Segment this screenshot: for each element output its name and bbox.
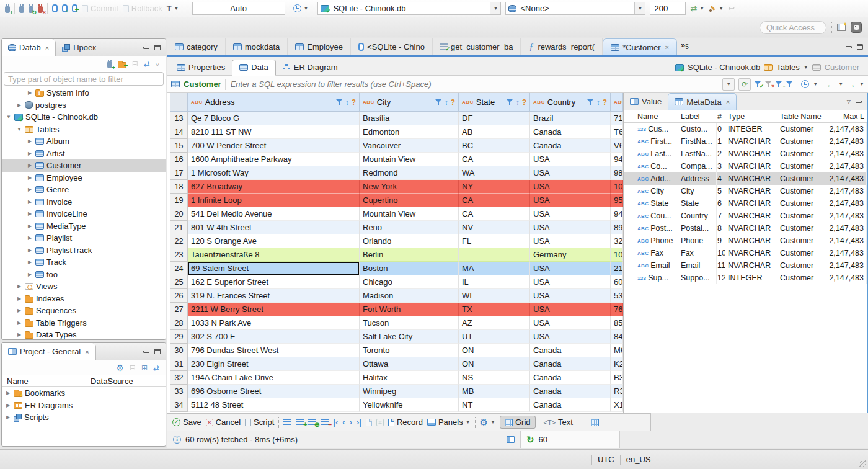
- expand-arrow-icon[interactable]: ▶: [5, 403, 11, 408]
- metadata-row-email[interactable]: ABCEmailEmail11NVARCHARCustomer2,147,483: [624, 259, 867, 272]
- expand-arrow-icon[interactable]: ▶: [16, 296, 22, 302]
- row-number[interactable]: 16: [170, 153, 188, 166]
- close-icon[interactable]: ×: [85, 348, 89, 355]
- column-header-city[interactable]: ABCCity↕?: [360, 93, 459, 111]
- row-number[interactable]: 18: [170, 180, 188, 194]
- refresh-icon[interactable]: ↻: [526, 434, 534, 445]
- close-icon[interactable]: ×: [726, 98, 730, 105]
- collapse-arrow-icon[interactable]: ▼: [16, 127, 22, 132]
- save-button[interactable]: ✓ Save: [172, 418, 202, 427]
- filter-icon[interactable]: [507, 99, 513, 106]
- tree-item-employee[interactable]: ▶Employee: [2, 172, 166, 184]
- expand-arrow-icon[interactable]: ▶: [27, 272, 33, 277]
- editor-tab-mockdata[interactable]: mockdata: [226, 38, 288, 55]
- cell-state[interactable]: WA: [459, 166, 530, 180]
- paint-button[interactable]: ▼: [709, 5, 724, 12]
- cell-city[interactable]: Edmonton: [360, 125, 459, 139]
- metadata-column-type[interactable]: Type: [725, 112, 777, 121]
- cell-country[interactable]: USA: [530, 262, 611, 275]
- cell-state[interactable]: ON: [459, 344, 530, 357]
- cell-address[interactable]: 69 Salem Street: [188, 262, 360, 275]
- cell-state[interactable]: NV: [459, 221, 530, 234]
- cell-address[interactable]: 319 N. Frances Street: [188, 289, 360, 303]
- panels-button[interactable]: Panels ▼: [427, 418, 471, 427]
- cell-postal-code[interactable]: 95: [611, 194, 623, 207]
- metadata-column-max-l[interactable]: Max L: [823, 112, 867, 121]
- cell-state[interactable]: WI: [459, 289, 530, 303]
- expand-arrow-icon[interactable]: ▶: [16, 102, 22, 108]
- cell-country[interactable]: USA: [530, 303, 611, 316]
- new-connection-icon[interactable]: +: [107, 61, 112, 68]
- subtab-data[interactable]: Data: [232, 60, 275, 76]
- tree-item-sqlite-chinook-db[interactable]: ▼SQLite - Chinook.db: [2, 111, 166, 123]
- editor-tab-customer[interactable]: *Customer×: [603, 38, 677, 55]
- cell-city[interactable]: Fort Worth: [360, 303, 459, 316]
- auto-refresh-icon[interactable]: [801, 80, 809, 88]
- cell-address[interactable]: 162 E Superior Street: [188, 275, 360, 289]
- tree-item-customer[interactable]: ▶Customer: [2, 159, 166, 172]
- chevron-down-icon[interactable]: ▼: [859, 81, 864, 87]
- close-icon[interactable]: ×: [665, 43, 669, 51]
- expand-arrow-icon[interactable]: ▶: [27, 163, 33, 168]
- cell-state[interactable]: AZ: [459, 316, 530, 330]
- cell-country[interactable]: USA: [530, 207, 611, 221]
- timezone-indicator[interactable]: UTC: [598, 455, 614, 464]
- row-number[interactable]: 15: [170, 139, 188, 153]
- tree-item-postgres[interactable]: ▶postgres: [2, 99, 166, 112]
- cell-address[interactable]: 1 Microsoft Way: [188, 166, 360, 180]
- cell-address[interactable]: 8210 111 ST NW: [188, 125, 360, 139]
- row-number[interactable]: 24: [170, 262, 188, 275]
- cell-address[interactable]: 194A Chain Lake Drive: [188, 371, 360, 385]
- script-button[interactable]: Script: [245, 418, 274, 427]
- view-menu-icon[interactable]: ▽: [847, 99, 851, 104]
- sort-icon[interactable]: ↕: [345, 98, 349, 107]
- chevron-down-icon[interactable]: ▼: [813, 81, 818, 87]
- cell-country[interactable]: USA: [530, 289, 611, 303]
- filter-icon[interactable]: [336, 99, 343, 106]
- cell-postal-code[interactable]: 32: [611, 234, 623, 248]
- connect-icon[interactable]: [19, 6, 24, 13]
- tree-item-sequences[interactable]: ▶Sequences: [2, 305, 166, 317]
- metadata-column-label[interactable]: Label: [678, 112, 717, 121]
- tree-item-invoiceline[interactable]: ▶InvoiceLine: [2, 208, 166, 220]
- tree-item-artist[interactable]: ▶Artist: [2, 148, 166, 160]
- new-connection-icon[interactable]: +: [5, 6, 10, 13]
- cell-postal-code[interactable]: 71: [611, 112, 623, 125]
- metadata-row-phone[interactable]: ABCPhonePhone9NVARCHARCustomer2,147,483: [624, 234, 867, 247]
- row-number[interactable]: 29: [170, 330, 188, 344]
- row-number[interactable]: 20: [170, 207, 188, 221]
- column-header-partial[interactable]: ABC: [611, 93, 623, 111]
- cell-state[interactable]: DF: [459, 112, 530, 125]
- tree-item-playlist[interactable]: ▶Playlist: [2, 232, 166, 244]
- save-filter-icon[interactable]: ▫: [776, 81, 782, 88]
- expand-arrow-icon[interactable]: ▶: [16, 320, 22, 326]
- maximize-icon[interactable]: [857, 44, 863, 50]
- cell-state[interactable]: AB: [459, 125, 530, 139]
- locale-indicator[interactable]: en_US: [626, 455, 651, 464]
- tab-overflow-button[interactable]: »5: [677, 38, 693, 55]
- cell-postal-code[interactable]: 84: [611, 330, 623, 344]
- fetch-next-page-icon[interactable]: [366, 419, 372, 426]
- project-item-bookmarks[interactable]: ▶Bookmarks: [2, 387, 166, 400]
- column-header-country[interactable]: ABCCountry↕?: [530, 93, 611, 111]
- rollback-button[interactable]: Rollback: [123, 4, 162, 13]
- quick-access-input[interactable]: [760, 21, 826, 34]
- cell-postal-code[interactable]: M6: [611, 344, 623, 357]
- breadcrumb-table[interactable]: Customer: [825, 63, 859, 72]
- commit-mode-combo[interactable]: Auto: [192, 2, 285, 15]
- tree-item-data-types[interactable]: ▶Data Types: [2, 329, 166, 339]
- cell-state[interactable]: IL: [459, 275, 530, 289]
- expand-arrow-icon[interactable]: ▶: [27, 211, 33, 217]
- cell-country[interactable]: USA: [530, 194, 611, 207]
- metadata-row-suppo[interactable]: 123Sup...Suppo...12INTEGERCustomer2,147,…: [624, 272, 867, 284]
- cell-country[interactable]: Canada: [530, 357, 611, 371]
- row-number[interactable]: 30: [170, 344, 188, 357]
- view-menu-icon[interactable]: ▽: [156, 61, 159, 67]
- expand-arrow-icon[interactable]: ▶: [16, 308, 22, 313]
- cell-postal-code[interactable]: B3: [611, 371, 623, 385]
- cell-state[interactable]: ON: [459, 357, 530, 371]
- cell-city[interactable]: Vancouver: [360, 139, 459, 153]
- row-number[interactable]: 23: [170, 248, 188, 262]
- row-number[interactable]: 21: [170, 221, 188, 234]
- expand-arrow-icon[interactable]: ▶: [27, 151, 33, 156]
